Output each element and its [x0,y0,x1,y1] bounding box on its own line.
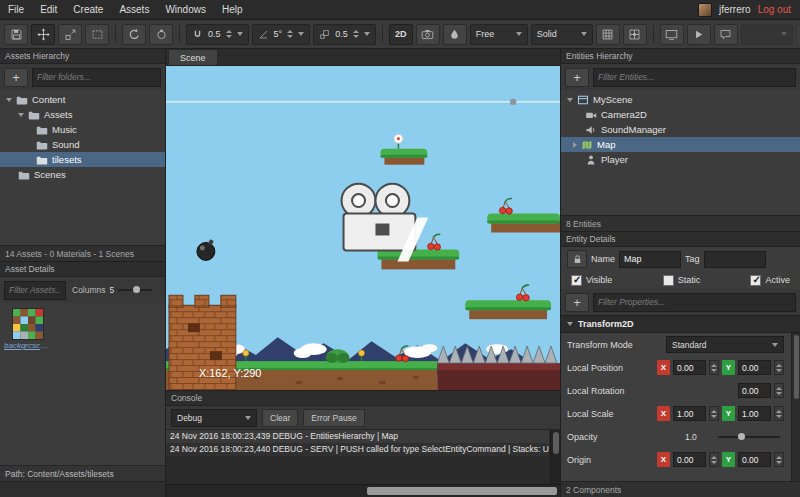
scrollbar-thumb[interactable] [367,487,557,495]
tab-scene[interactable]: Scene [168,49,218,65]
tree-item-player[interactable]: Player [561,152,800,167]
preview-button[interactable] [660,24,684,45]
scale-x-input[interactable]: 1.00 [673,406,706,421]
scale-x-stepper[interactable] [709,406,719,421]
visible-checkbox-group[interactable]: Visible [571,275,612,286]
horizontal-scrollbar[interactable] [166,484,560,497]
scrollbar-thumb[interactable] [794,335,799,399]
tree-item-camera2d[interactable]: Camera2D [561,107,800,122]
camera-mode-dropdown[interactable]: Free [470,24,528,45]
menu-create[interactable]: Create [65,0,111,20]
active-checkbox-group[interactable]: Active [750,275,790,286]
tree-item-tilesets[interactable]: tilesets [0,152,165,167]
tree-item-assets[interactable]: Assets [0,107,165,122]
tree-item-content[interactable]: Content [0,92,165,107]
menu-help[interactable]: Help [214,0,251,20]
menu-edit[interactable]: Edit [32,0,65,20]
position-x-stepper[interactable] [709,360,719,375]
console-log-list[interactable]: 24 Nov 2016 18:00:23,439 DEBUG - Entitie… [166,430,560,484]
entity-filter-input[interactable] [593,68,796,87]
add-folder-button[interactable]: + [4,68,28,87]
scrollbar-thumb[interactable] [553,432,559,454]
folder-filter-input[interactable] [32,68,161,87]
platform-upper-right[interactable] [487,214,560,233]
rotate-tool-button[interactable] [122,24,146,45]
scene-viewport[interactable]: X:162, Y:290 [166,66,560,391]
caret-expanded-icon[interactable] [6,98,12,102]
snap-position-stepper[interactable] [226,30,232,38]
static-checkbox-group[interactable]: Static [663,275,701,286]
clear-button[interactable]: Clear [262,409,298,427]
snap-position-dropdown[interactable]: 0.5 [186,24,249,45]
transform2d-section-header[interactable]: Transform2D [561,315,800,333]
active-checkbox[interactable] [750,275,761,286]
property-filter-input[interactable] [593,293,796,312]
snap-rotation-stepper[interactable] [287,30,293,38]
slider-knob[interactable] [133,286,140,293]
position-y-stepper[interactable] [774,360,784,375]
platform-under-camera[interactable] [377,249,459,269]
menu-assets[interactable]: Assets [111,0,157,20]
tree-item-myscene[interactable]: MyScene [561,92,800,107]
visible-checkbox[interactable] [571,275,582,286]
slider-knob[interactable] [738,433,745,440]
tree-item-sound[interactable]: Sound [0,137,165,152]
snap-rotation-dropdown[interactable]: 5° [252,24,311,45]
origin-x-input[interactable]: 0.00 [673,452,706,467]
tree-item-soundmanager[interactable]: SoundManager [561,122,800,137]
play-button[interactable] [687,24,711,45]
position-y-input[interactable]: 0.00 [738,360,771,375]
tree-item-music[interactable]: Music [0,122,165,137]
tileset-thumbnail[interactable] [12,308,44,340]
asset-item-tileset[interactable]: backgrcsceneTil [4,308,52,460]
feedback-button[interactable] [714,24,738,45]
mode-2d-toggle[interactable]: 2D [389,24,413,45]
lock-button[interactable] [567,250,587,268]
save-button[interactable] [4,24,28,45]
position-x-input[interactable]: 0.00 [673,360,706,375]
platform-right-mid[interactable] [465,300,551,319]
entity-tag-input[interactable] [704,251,766,268]
columns-slider[interactable] [118,289,152,291]
origin-y-stepper[interactable] [774,452,784,467]
log-line[interactable]: 24 Nov 2016 18:00:23,439 DEBUG - Entitie… [166,430,549,443]
snap-scale-stepper[interactable] [353,30,359,38]
menu-windows[interactable]: Windows [157,0,214,20]
caret-expanded-icon[interactable] [567,98,573,102]
platform-upper-left[interactable] [380,149,427,165]
scale-y-input[interactable]: 1.00 [738,406,771,421]
properties-vertical-scrollbar[interactable] [791,333,800,481]
tree-item-map[interactable]: Map [561,137,800,152]
grid-snap-button[interactable] [623,24,647,45]
opacity-slider[interactable] [718,436,780,438]
log-level-dropdown[interactable]: Debug [171,409,257,427]
asset-filter-input[interactable] [4,281,66,300]
rotation-input[interactable]: 0.00 [738,383,771,398]
caret-expanded-icon[interactable] [18,113,24,117]
origin-y-input[interactable]: 0.00 [738,452,771,467]
grid-toggle-button[interactable] [596,24,620,45]
screenshot-button[interactable] [416,24,440,45]
log-line[interactable]: 24 Nov 2016 18:00:23,440 DEBUG - SERV | … [166,443,549,456]
scene-canvas[interactable]: X:162, Y:290 [166,66,560,390]
rect-select-tool-button[interactable] [85,24,109,45]
static-checkbox[interactable] [663,275,674,286]
move-tool-button[interactable] [31,24,55,45]
transform-mode-dropdown[interactable]: Standard [666,336,784,353]
snap-scale-dropdown[interactable]: 0.5 [313,24,376,45]
scale-y-stepper[interactable] [774,406,784,421]
paint-button[interactable] [443,24,467,45]
logout-button[interactable]: Log out [758,4,791,15]
caret-collapsed-icon[interactable] [573,142,577,148]
error-pause-button[interactable]: Error Pause [303,409,364,427]
render-mode-dropdown[interactable]: Solid [531,24,593,45]
rotation-stepper[interactable] [774,383,784,398]
asset-name-label[interactable]: backgrcsceneTil [4,341,52,350]
orbit-tool-button[interactable] [149,24,173,45]
guide-handle[interactable] [510,99,516,105]
entity-name-input[interactable] [619,251,681,268]
console-vertical-scrollbar[interactable] [550,430,560,484]
menu-file[interactable]: File [0,0,32,20]
scale-tool-button[interactable] [58,24,82,45]
add-entity-button[interactable]: + [565,68,589,87]
